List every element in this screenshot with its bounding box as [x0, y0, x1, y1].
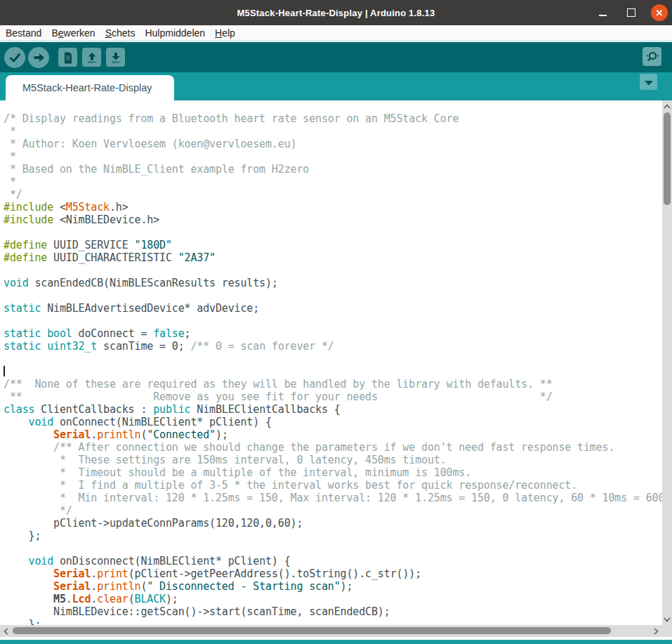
code-editor[interactable]: /* Display readings from a Bluetooth hea… — [0, 100, 662, 625]
code-line: void onConnect(NimBLEClient* pClient) { — [4, 416, 662, 428]
code-line: NimBLEDevice::getScan()->start(scanTime,… — [4, 605, 662, 618]
tab-m5stack-heart-rate-display[interactable]: M5Stack-Heart-Rate-Display — [6, 75, 174, 100]
code-line: }; — [4, 618, 662, 625]
scroll-left-arrow[interactable] — [1, 625, 11, 637]
status-bar — [0, 640, 672, 644]
save-button[interactable] — [106, 48, 125, 67]
code-line: #include <NimBLEDevice.h> — [4, 213, 662, 226]
code-line: #define UUID_CHARACTERISTIC "2A37" — [4, 251, 662, 264]
code-line: */ — [4, 188, 662, 201]
tab-label: M5Stack-Heart-Rate-Display — [22, 82, 152, 93]
scroll-right-arrow[interactable] — [651, 625, 661, 637]
code-line: ** Remove as you see fit for your needs … — [4, 390, 662, 403]
code-line — [4, 264, 662, 277]
code-line: * — [4, 150, 662, 163]
window-controls: ✕ — [593, 0, 668, 25]
window-title: M5Stack-Heart-Rate-Display | Arduino 1.8… — [237, 8, 435, 18]
maximize-button[interactable] — [622, 4, 640, 22]
verify-button[interactable] — [4, 47, 25, 68]
document-icon — [62, 51, 74, 64]
code-line: /** After connection we should change th… — [4, 441, 662, 454]
minimize-button[interactable] — [593, 4, 612, 22]
code-line: #include <M5Stack.h> — [4, 201, 662, 213]
code-line — [4, 365, 662, 378]
arrow-up-icon — [86, 51, 98, 64]
titlebar[interactable]: M5Stack-Heart-Rate-Display | Arduino 1.8… — [0, 0, 672, 25]
scroll-up-arrow[interactable] — [662, 102, 672, 110]
code-line: * Timeout should be a multiple of the in… — [4, 466, 662, 479]
new-sketch-button[interactable] — [58, 48, 77, 67]
code-line: * Min interval: 120 * 1.25ms = 150, Max … — [4, 492, 662, 504]
code-line: Serial.println(" Disconnected - Starting… — [4, 580, 662, 593]
code-line: /* Display readings from a Bluetooth hea… — [4, 112, 662, 125]
tab-list-dropdown-button[interactable] — [640, 74, 657, 90]
code-line: static bool doConnect = false; — [4, 327, 662, 340]
upload-button[interactable] — [28, 47, 49, 68]
code-line — [4, 315, 662, 327]
code-line: * Based on the NimBLE_Client example fro… — [4, 163, 662, 176]
code-line: void onDisconnect(NimBLEClient* pClient)… — [4, 555, 662, 567]
horizontal-scroll-thumb[interactable] — [13, 627, 611, 634]
code-line: #define UUID_SERVICE "180D" — [4, 239, 662, 251]
code-line: * — [4, 176, 662, 188]
code-line: static NimBLEAdvertisedDevice* advDevice… — [4, 302, 662, 315]
code-line: Serial.println("Connected"); — [4, 428, 662, 441]
menu-help[interactable]: Help — [210, 27, 240, 39]
code-line: Serial.print(pClient->getPeerAddress().t… — [4, 567, 662, 580]
menu-bestand[interactable]: Bestand — [6, 27, 46, 39]
check-icon — [8, 51, 22, 65]
code-line: pClient->updateConnParams(120,120,0,60); — [4, 517, 662, 530]
open-button[interactable] — [82, 48, 101, 67]
code-line — [4, 226, 662, 239]
code-line: * Author: Koen Vervloesem (koen@vervloes… — [4, 138, 662, 150]
vertical-scroll-thumb[interactable] — [664, 112, 671, 205]
close-button[interactable]: ✕ — [651, 4, 668, 21]
toolbar — [0, 42, 672, 72]
menubar: BestandBewerkenSchetsHulpmiddelenHelp — [0, 25, 672, 40]
triangle-down-icon — [644, 76, 654, 88]
vertical-scrollbar[interactable] — [662, 100, 672, 625]
close-icon: ✕ — [656, 8, 664, 18]
code-line: /** None of these are required as they w… — [4, 378, 662, 390]
serial-monitor-button[interactable] — [643, 47, 661, 66]
code-line: * I find a multiple of 3-5 * the interva… — [4, 479, 662, 492]
magnifier-icon — [645, 50, 659, 64]
arrow-right-icon — [32, 51, 46, 65]
code-line: void scanEndedCB(NimBLEScanResults resul… — [4, 277, 662, 289]
code-line — [4, 542, 662, 555]
text-cursor — [4, 366, 5, 376]
code-line: * — [4, 125, 662, 138]
menu-hulpmiddelen[interactable]: Hulpmiddelen — [140, 27, 210, 39]
scroll-down-arrow[interactable] — [662, 615, 672, 624]
code-line: }; — [4, 530, 662, 542]
code-line: */ — [4, 504, 662, 517]
minimize-icon — [599, 15, 607, 16]
arrow-down-icon — [110, 51, 122, 64]
code-line: static uint32_t scanTime = 0; /** 0 = sc… — [4, 340, 662, 353]
code-line: class ClientCallbacks : public NimBLECli… — [4, 403, 662, 416]
code-line — [4, 289, 662, 302]
code-line: M5.Lcd.clear(BLACK); — [4, 593, 662, 605]
code-line — [4, 353, 662, 365]
menu-bewerken[interactable]: Bewerken — [46, 27, 100, 39]
code-line: * These settings are 150ms interval, 0 l… — [4, 454, 662, 466]
horizontal-scrollbar[interactable] — [0, 625, 672, 637]
tabbar: M5Stack-Heart-Rate-Display — [0, 72, 672, 100]
menu-schets[interactable]: Schets — [100, 27, 140, 39]
maximize-icon — [627, 8, 635, 17]
